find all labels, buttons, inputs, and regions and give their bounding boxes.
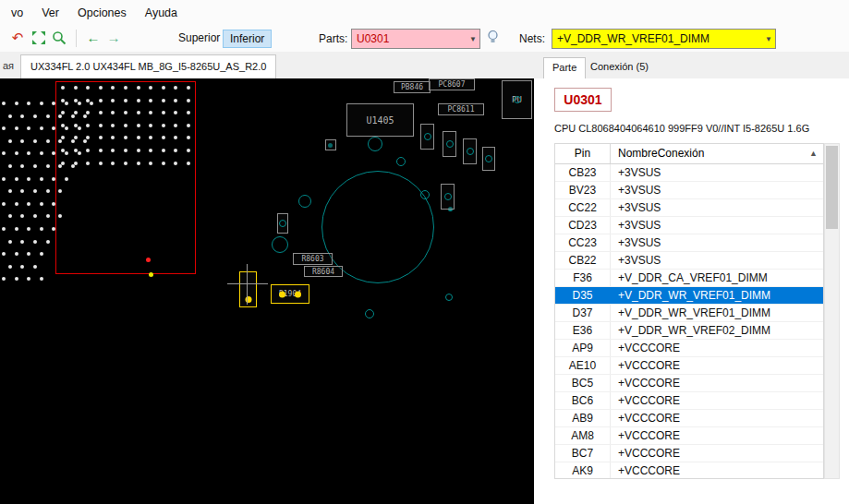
- menu-item-ver[interactable]: Ver: [32, 2, 68, 24]
- net-cell: +3VSUS: [611, 182, 823, 198]
- via-dot: [27, 277, 30, 281]
- scrollbar-thumb[interactable]: [826, 146, 838, 229]
- table-row[interactable]: AE10+VCCCORE: [555, 357, 823, 375]
- pin-cell: CB22: [555, 252, 611, 269]
- pcb-component-r8604[interactable]: R8604: [304, 266, 343, 277]
- component-label: R8604: [305, 267, 342, 276]
- via-dot: [20, 214, 24, 218]
- tab-board[interactable]: UX334FL 2.0 UX434FL MB_8G_I5-8265U_AS_R2…: [20, 54, 276, 78]
- crosshair-horizontal: [227, 283, 268, 284]
- tab-connection[interactable]: Conexión (5): [582, 57, 657, 78]
- partial-tab-text[interactable]: ая: [3, 60, 14, 71]
- via-dot: [46, 214, 50, 218]
- part-description: CPU CL8068404064610 999FF9 V0//INT I5-82…: [554, 123, 831, 134]
- table-row[interactable]: BV23+3VSUS: [555, 182, 823, 199]
- table-row[interactable]: F36+V_DDR_CA_VREF01_DIMM: [555, 270, 823, 287]
- column-header-net[interactable]: NombreConexión: [611, 144, 823, 163]
- pin-cell: CC23: [555, 234, 611, 251]
- pcb-pad[interactable]: [463, 138, 477, 164]
- pcb-circle: [272, 236, 288, 253]
- back-arrow-icon[interactable]: ←: [85, 29, 102, 47]
- forward-arrow-icon[interactable]: →: [105, 29, 122, 47]
- toolbar: ↶ ← → Superior Inferior Parts: U0301 ▼ N…: [0, 25, 849, 52]
- via-dot: [2, 102, 6, 105]
- via-dot: [2, 126, 6, 130]
- net-cell: +VCCCORE: [611, 392, 823, 409]
- pcb-pad[interactable]: [482, 147, 495, 171]
- table-row[interactable]: D35+V_DDR_WR_VREF01_DIMM: [555, 287, 823, 305]
- pcb-pad[interactable]: [325, 139, 336, 150]
- table-row[interactable]: AK9+VCCCORE: [555, 462, 823, 478]
- pin-cell: BC6: [555, 392, 611, 409]
- table-row[interactable]: CD23+3VSUS: [555, 217, 823, 234]
- column-header-pin[interactable]: Pin: [555, 144, 611, 163]
- lightbulb-icon[interactable]: [486, 30, 500, 45]
- component-label: PC8607: [430, 79, 474, 90]
- table-row[interactable]: D37+V_DDR_WR_VREF01_DIMM: [555, 305, 823, 322]
- net-cell: +VCCCORE: [611, 410, 823, 426]
- pin-table-header[interactable]: Pin NombreConexión ▲: [555, 144, 823, 164]
- table-row[interactable]: CB22+3VSUS: [555, 252, 823, 270]
- pcb-component-r1904[interactable]: R1904: [271, 284, 309, 304]
- table-row[interactable]: CB23+3VSUS: [555, 164, 823, 182]
- marker-red: [146, 258, 151, 262]
- pcb-component-r8603[interactable]: R8603: [293, 253, 333, 265]
- pad-ring: [514, 96, 521, 103]
- via-dot: [15, 252, 18, 256]
- zoom-fit-icon[interactable]: [31, 30, 46, 45]
- table-row[interactable]: AB9+VCCCORE: [555, 410, 823, 427]
- pcb-pad[interactable]: [420, 124, 434, 150]
- table-row[interactable]: AP9+VCCCORE: [555, 340, 823, 357]
- pcb-pad[interactable]: [239, 271, 257, 307]
- table-row[interactable]: E36+V_DDR_WR_VREF02_DIMM: [555, 322, 823, 340]
- menu-item-vo[interactable]: vo: [2, 2, 32, 24]
- pin-table-body: CB23+3VSUSBV23+3VSUSCC22+3VSUSCD23+3VSUS…: [555, 164, 823, 478]
- layer-bottom-button[interactable]: Inferior: [223, 30, 272, 48]
- layer-top-button[interactable]: Superior: [178, 31, 220, 44]
- pcb-component-pb846[interactable]: PB846: [394, 81, 431, 93]
- pcb-circle: [445, 294, 453, 301]
- chevron-down-icon[interactable]: ▼: [765, 30, 772, 49]
- via-dot: [33, 114, 37, 118]
- pin-cell: AB9: [555, 410, 611, 426]
- table-scrollbar[interactable]: [824, 143, 840, 479]
- pcb-pad[interactable]: [277, 213, 288, 234]
- chevron-down-icon[interactable]: ▼: [469, 30, 477, 49]
- pcb-pad[interactable]: [441, 184, 455, 210]
- net-cell: +3VSUS: [611, 217, 823, 234]
- menu-item-opciones[interactable]: Opciones: [68, 2, 136, 24]
- via-dot: [15, 227, 18, 231]
- table-row[interactable]: BC6+VCCCORE: [555, 392, 823, 410]
- table-row[interactable]: CC23+3VSUS: [555, 234, 823, 252]
- pcb-component-u1405[interactable]: U1405: [346, 103, 414, 137]
- nets-combobox[interactable]: +V_DDR_WR_VREF01_DIMM ▼: [552, 29, 776, 49]
- via-dot: [40, 252, 43, 256]
- tab-part[interactable]: Parte: [543, 57, 586, 78]
- pcb-component-pc8611[interactable]: PC8611: [438, 103, 484, 115]
- undo-arrow-icon[interactable]: ↶: [9, 29, 26, 47]
- via-dot: [2, 277, 6, 281]
- parts-combobox[interactable]: U0301 ▼: [351, 29, 480, 49]
- via-dot: [33, 139, 37, 143]
- via-dot: [33, 240, 37, 244]
- via-dot: [40, 277, 43, 281]
- pcb-pad[interactable]: [443, 131, 456, 157]
- pin-cell: BC5: [555, 375, 611, 391]
- via-dot: [40, 177, 43, 181]
- sort-arrow-icon[interactable]: ▲: [809, 149, 818, 158]
- table-row[interactable]: CC22+3VSUS: [555, 199, 823, 217]
- table-row[interactable]: BC7+VCCCORE: [555, 445, 823, 462]
- via-dot: [20, 265, 24, 269]
- via-dot: [8, 139, 12, 143]
- table-row[interactable]: BC5+VCCCORE: [555, 375, 823, 392]
- pcb-component-pu[interactable]: PU: [502, 80, 532, 119]
- nets-value: +V_DDR_WR_VREF01_DIMM: [557, 32, 710, 45]
- pcb-view[interactable]: U1405PB846PC8607PC8611PUR8603R8604R1904: [0, 78, 534, 504]
- pcb-component-pc8607[interactable]: PC8607: [429, 78, 475, 90]
- zoom-search-icon[interactable]: [52, 30, 67, 45]
- pad-ring: [485, 155, 492, 162]
- via-dot: [2, 151, 6, 155]
- pin-cell: BC7: [555, 445, 611, 462]
- menu-item-ayuda[interactable]: Ayuda: [136, 2, 187, 24]
- table-row[interactable]: AM8+VCCCORE: [555, 427, 823, 445]
